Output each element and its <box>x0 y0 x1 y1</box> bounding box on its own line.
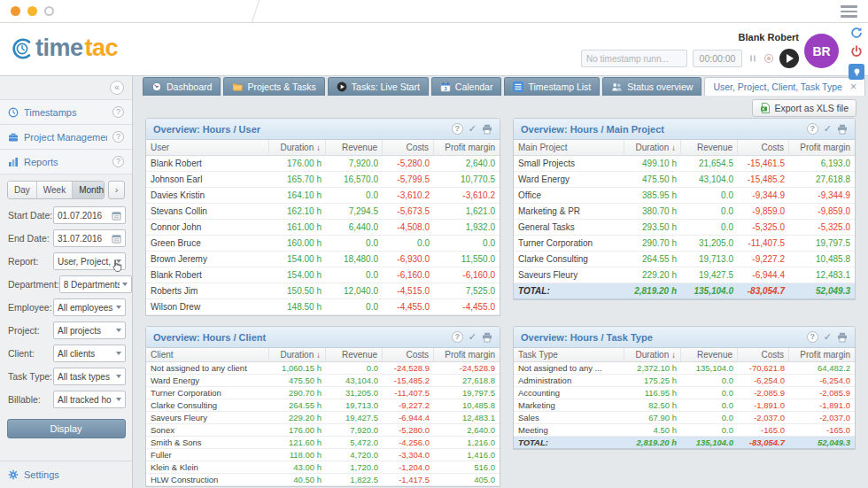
table-row[interactable]: Not assigned to any ...2,372.10 h135,104… <box>514 362 855 375</box>
power-icon[interactable] <box>850 45 863 58</box>
tab-timestamp-list[interactable]: Timestamp List <box>504 77 600 96</box>
table-row[interactable]: Ward Energy475.50 h43,104.0-15,485.227,6… <box>514 172 855 188</box>
column-header-costs[interactable]: Costs <box>738 348 789 361</box>
tab-calendar[interactable]: 3Calendar <box>431 77 502 96</box>
table-row[interactable]: Saveurs Fleury229.20 h19,427.5-6,944.412… <box>146 412 500 424</box>
help-icon[interactable]: ? <box>807 123 818 135</box>
table-row[interactable]: Stevans Collin162.10 h7,294.5-5,673.51,6… <box>146 204 500 220</box>
table-row[interactable]: Davies Kristin164.10 h0.0-3,610.2-3,610.… <box>146 188 500 204</box>
timestamp-task-input[interactable] <box>581 50 687 67</box>
table-row[interactable]: Marketing & PR380.70 h0.0-9,859.0-9,859.… <box>514 204 855 220</box>
tab-user-project-client-task-type[interactable]: User, Project, Client, Task Type× <box>704 77 865 96</box>
column-header-task-type[interactable]: Task Type <box>514 348 624 361</box>
client-select[interactable]: All clients <box>53 345 126 362</box>
sidebar-item-timestamps[interactable]: Timestamps? <box>0 99 132 124</box>
column-header-duration[interactable]: Duration ↓ <box>624 348 681 361</box>
column-header-profit-margin[interactable]: Profit margin <box>434 140 500 155</box>
project-select[interactable]: All projects <box>53 321 126 339</box>
column-header-revenue[interactable]: Revenue <box>326 348 383 361</box>
table-row[interactable]: Wilson Drew148.50 h0.0-4,455.0-4,455.0 <box>146 299 500 315</box>
table-row[interactable]: Green Bruce160.00 h0.00.00.0 <box>146 236 500 252</box>
check-icon[interactable]: ✓ <box>824 123 832 135</box>
sidebar-item-settings[interactable]: Settings <box>0 461 132 488</box>
export-xls-button[interactable]: Export as XLS file <box>752 99 856 117</box>
table-row[interactable]: Roberts Jim150.50 h12,040.0-4,515.07,525… <box>146 283 500 299</box>
record-icon[interactable] <box>763 53 774 64</box>
department-select[interactable]: 8 Departments <box>59 275 132 293</box>
table-row[interactable]: Clarke Consulting264.55 h19,713.0-9,227.… <box>146 399 500 412</box>
tab-tasks-live-start[interactable]: Tasks: Live Start <box>328 77 429 96</box>
end-date-input[interactable]: 31.07.2016 <box>53 229 126 247</box>
window-button-close[interactable] <box>11 6 20 16</box>
sidebar-item-reports[interactable]: Reports? <box>0 149 132 174</box>
column-header-duration[interactable]: Duration ↓ <box>269 140 326 155</box>
table-row[interactable]: Marketing82.50 h0.0-1,891.0-1,891.0 <box>514 399 855 412</box>
table-row[interactable]: General Tasks293.50 h0.0-5,325.0-5,325.0 <box>514 220 855 236</box>
total-row[interactable]: TOTAL:2,819.20 h135,104.0-83,054.752,049… <box>514 437 855 449</box>
start-date-input[interactable]: 01.07.2016 <box>53 206 126 224</box>
table-row[interactable]: Blank Robert176.00 h7,920.0-5,280.02,640… <box>146 156 500 172</box>
close-icon[interactable]: × <box>850 82 856 91</box>
column-header-costs[interactable]: Costs <box>738 140 789 155</box>
lightbulb-icon[interactable] <box>849 64 864 80</box>
table-row[interactable]: Administration175.25 h0.0-6,254.0-6,254.… <box>514 375 855 387</box>
table-row[interactable]: Klein & Klein43.00 h1,720.0-1,204.0516.0 <box>146 461 500 474</box>
column-header-profit-margin[interactable]: Profit margin <box>434 348 500 361</box>
column-header-profit-margin[interactable]: Profit margin <box>789 140 855 155</box>
column-header-costs[interactable]: Costs <box>383 348 434 361</box>
tab-dashboard[interactable]: Dashboard <box>143 77 221 96</box>
table-row[interactable]: Johnson Earl165.70 h16,570.0-5,799.510,7… <box>146 172 500 188</box>
pause-icon[interactable] <box>748 53 758 64</box>
column-header-user[interactable]: User <box>146 140 269 155</box>
table-row[interactable]: Connor John161.00 h6,440.0-4,508.01,932.… <box>146 220 500 236</box>
check-icon[interactable]: ✓ <box>824 331 832 343</box>
billable-select[interactable]: All tracked ho <box>53 391 126 408</box>
sidebar-item-project-management[interactable]: Project Management? <box>0 124 132 149</box>
next-period-button[interactable]: › <box>108 181 125 199</box>
table-row[interactable]: Accounting116.95 h0.0-2,085.9-2,085.9 <box>514 387 855 399</box>
table-row[interactable]: Small Projects499.10 h21,654.5-15,461.56… <box>514 156 855 172</box>
column-header-duration[interactable]: Duration ↓ <box>624 140 681 155</box>
tab-status-overview[interactable]: Status overview <box>602 77 701 96</box>
table-row[interactable]: Clarke Consulting264.55 h19,713.0-9,227.… <box>514 252 855 267</box>
column-header-costs[interactable]: Costs <box>383 140 434 155</box>
window-button-minimize[interactable] <box>27 6 37 16</box>
window-button-maximize[interactable] <box>44 6 54 16</box>
task-type-select[interactable]: All task types <box>53 368 126 385</box>
menu-icon[interactable] <box>841 5 857 18</box>
refresh-icon[interactable] <box>850 27 863 39</box>
table-row[interactable]: Smith & Sons121.60 h5,472.0-4,256.01,216… <box>146 437 500 449</box>
total-row[interactable]: TOTAL:2,819.20 h135,104.0-83,054.752,049… <box>514 283 855 299</box>
column-header-main-project[interactable]: Main Project <box>514 140 624 155</box>
table-row[interactable]: Sales67.90 h0.0-2,037.0-2,037.0 <box>514 412 855 424</box>
period-week[interactable]: Week <box>37 182 73 198</box>
display-button[interactable]: Display <box>7 419 126 438</box>
avatar[interactable]: BR <box>804 34 839 68</box>
help-icon[interactable]: ? <box>452 123 463 135</box>
help-icon[interactable]: ? <box>112 131 124 143</box>
check-icon[interactable]: ✓ <box>469 331 477 343</box>
table-row[interactable]: Turner Corporation290.70 h31,205.0-11,40… <box>146 387 500 399</box>
tab-projects-tasks[interactable]: Projects & Tasks <box>223 77 324 96</box>
start-timer-button[interactable] <box>779 49 799 68</box>
collapse-sidebar-icon[interactable]: « <box>110 81 124 95</box>
table-row[interactable]: Saveurs Fleury229.20 h19,427.5-6,944.412… <box>514 267 855 283</box>
period-day[interactable]: Day <box>8 182 37 198</box>
column-header-profit-margin[interactable]: Profit margin <box>789 348 855 361</box>
table-row[interactable]: Office385.95 h0.0-9,344.9-9,344.9 <box>514 188 855 204</box>
column-header-revenue[interactable]: Revenue <box>681 140 738 155</box>
table-row[interactable]: Meeting4.50 h0.0-165.0-165.0 <box>514 424 855 437</box>
help-icon[interactable]: ? <box>452 331 463 343</box>
help-icon[interactable]: ? <box>112 106 124 118</box>
table-row[interactable]: Fuller118.00 h4,720.0-3,304.01,416.0 <box>146 449 500 461</box>
employee-select[interactable]: All employees <box>53 298 126 316</box>
table-row[interactable]: Ward Energy475.50 h43,104.0-15,485.227,6… <box>146 375 500 387</box>
table-row[interactable]: HLW Construction40.50 h1,822.5-1,417.540… <box>146 474 500 486</box>
timetac-logo[interactable]: timetac <box>11 35 118 62</box>
column-header-client[interactable]: Client <box>146 348 269 361</box>
check-icon[interactable]: ✓ <box>469 123 477 135</box>
column-header-revenue[interactable]: Revenue <box>681 348 738 361</box>
table-row[interactable]: Sonex176.00 h7,920.0-5,280.02,640.0 <box>146 424 500 437</box>
column-header-revenue[interactable]: Revenue <box>326 140 383 155</box>
table-row[interactable]: Brown Jeremy154.00 h18,480.0-6,930.011,5… <box>146 252 500 267</box>
